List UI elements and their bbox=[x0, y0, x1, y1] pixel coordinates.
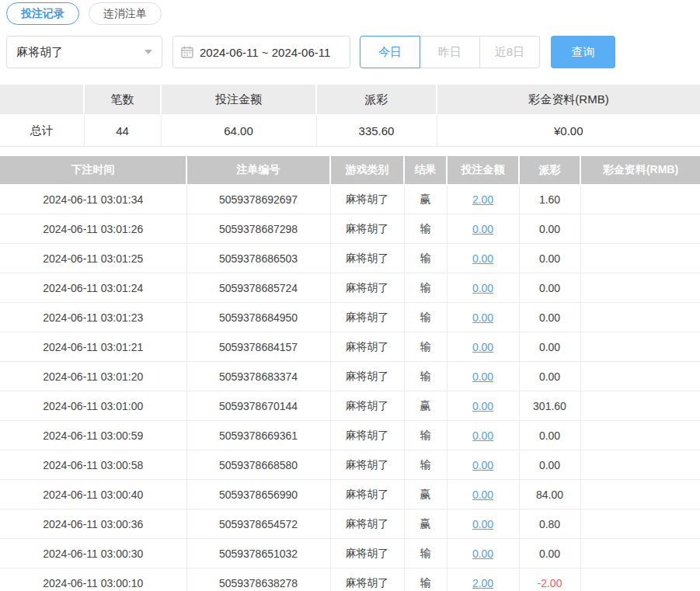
summary-header-payout: 派彩 bbox=[316, 85, 437, 115]
summary-total-row: 总计 44 64.00 335.60 ¥0.00 bbox=[0, 115, 700, 146]
cell-payout: 0.00 bbox=[519, 214, 580, 244]
cell-result: 输 bbox=[404, 450, 447, 480]
bet-amount-link[interactable]: 0.00 bbox=[472, 548, 493, 560]
table-row: 2024-06-11 03:01:235059378684950麻将胡了输0.0… bbox=[0, 303, 700, 332]
cell-bet: 0.00 bbox=[447, 214, 519, 244]
cell-time: 2024-06-11 03:00:59 bbox=[0, 421, 186, 450]
cell-id: 5059378638278 bbox=[186, 568, 330, 591]
cell-result: 输 bbox=[404, 214, 447, 244]
top-tabs: 投注记录 连消注单 bbox=[0, 0, 700, 25]
cell-payout: 0.00 bbox=[519, 332, 580, 362]
bet-amount-link[interactable]: 0.00 bbox=[472, 370, 493, 383]
summary-total-bet-amount: 64.00 bbox=[161, 115, 316, 146]
cell-bet: 2.00 bbox=[447, 185, 519, 214]
bet-amount-link[interactable]: 0.00 bbox=[472, 282, 493, 294]
bet-amount-link[interactable]: 2.00 bbox=[472, 193, 493, 206]
cell-bonus bbox=[580, 391, 700, 421]
tab-bet-records-label: 投注记录 bbox=[21, 7, 64, 21]
cell-bonus bbox=[580, 273, 700, 303]
bet-amount-link[interactable]: 0.00 bbox=[472, 518, 493, 530]
cell-bonus bbox=[580, 450, 700, 480]
summary-header-bonus: 彩金资料(RMB) bbox=[437, 85, 700, 115]
cell-payout: 301.60 bbox=[519, 391, 580, 421]
cell-payout: -2.00 bbox=[519, 568, 580, 591]
header-bet-id: 注单编号 bbox=[186, 156, 330, 185]
last-8-days-button[interactable]: 近8日 bbox=[479, 36, 540, 68]
tab-cancelled-bets[interactable]: 连消注单 bbox=[89, 2, 162, 25]
table-row: 2024-06-11 03:00:595059378669361麻将胡了输0.0… bbox=[0, 421, 700, 450]
cell-game: 麻将胡了 bbox=[330, 273, 404, 303]
table-row: 2024-06-11 03:01:265059378687298麻将胡了输0.0… bbox=[0, 214, 700, 244]
table-row: 2024-06-11 03:01:215059378684157麻将胡了输0.0… bbox=[0, 332, 700, 362]
cell-time: 2024-06-11 03:01:26 bbox=[0, 214, 186, 244]
bet-amount-link[interactable]: 0.00 bbox=[472, 252, 493, 265]
cell-game: 麻将胡了 bbox=[330, 303, 404, 332]
cell-bet: 0.00 bbox=[447, 273, 519, 303]
bet-amount-link[interactable]: 0.00 bbox=[472, 488, 493, 501]
table-row: 2024-06-11 03:00:105059378638278麻将胡了输2.0… bbox=[0, 568, 700, 591]
cell-game: 麻将胡了 bbox=[330, 332, 404, 362]
bet-amount-link[interactable]: 0.00 bbox=[472, 429, 493, 442]
cell-bonus bbox=[580, 244, 700, 273]
bet-table-body: 2024-06-11 03:01:345059378692697麻将胡了赢2.0… bbox=[0, 185, 700, 591]
cell-id: 5059378684157 bbox=[186, 332, 330, 362]
cell-game: 麻将胡了 bbox=[330, 480, 404, 509]
cell-result: 输 bbox=[404, 421, 447, 450]
cell-id: 5059378654572 bbox=[186, 509, 330, 539]
cell-game: 麻将胡了 bbox=[330, 568, 404, 591]
bet-amount-link[interactable]: 0.00 bbox=[472, 311, 493, 324]
search-button[interactable]: 查询 bbox=[551, 36, 615, 68]
cell-bonus bbox=[580, 214, 700, 244]
tab-cancelled-bets-label: 连消注单 bbox=[103, 7, 147, 21]
cell-id: 5059378670144 bbox=[186, 391, 330, 421]
cell-payout: 0.80 bbox=[519, 509, 580, 539]
summary-header-bet-amount: 投注金额 bbox=[161, 85, 316, 115]
summary-total-payout: 335.60 bbox=[316, 115, 437, 146]
table-row: 2024-06-11 03:01:245059378685724麻将胡了输0.0… bbox=[0, 273, 700, 303]
header-bonus: 彩金资料(RMB) bbox=[580, 156, 700, 185]
date-range-picker[interactable]: 2024-06-11 ~ 2024-06-11 bbox=[172, 36, 350, 68]
bet-amount-link[interactable]: 0.00 bbox=[472, 223, 493, 235]
cell-bet: 0.00 bbox=[447, 244, 519, 273]
cell-payout: 0.00 bbox=[519, 244, 580, 273]
cell-game: 麻将胡了 bbox=[330, 244, 404, 273]
table-row: 2024-06-11 03:01:345059378692697麻将胡了赢2.0… bbox=[0, 185, 700, 214]
cell-game: 麻将胡了 bbox=[330, 185, 404, 214]
cell-time: 2024-06-11 03:01:25 bbox=[0, 244, 186, 273]
bet-table-header-row: 下注时间 注单编号 游戏类别 结果 投注金额 派彩 彩金资料(RMB) bbox=[0, 156, 700, 185]
tab-bet-records[interactable]: 投注记录 bbox=[6, 2, 79, 25]
game-type-select[interactable]: 麻将胡了 bbox=[6, 36, 162, 68]
cell-id: 5059378651032 bbox=[186, 539, 330, 568]
cell-id: 5059378685724 bbox=[186, 273, 330, 303]
cell-game: 麻将胡了 bbox=[330, 362, 404, 391]
cell-id: 5059378692697 bbox=[186, 185, 330, 214]
cell-payout: 0.00 bbox=[519, 362, 580, 391]
today-button[interactable]: 今日 bbox=[360, 36, 420, 68]
header-bet-time: 下注时间 bbox=[0, 156, 186, 185]
cell-bet: 0.00 bbox=[447, 332, 519, 362]
cell-bet: 0.00 bbox=[447, 303, 519, 332]
cell-bet: 0.00 bbox=[447, 480, 519, 509]
cell-bonus bbox=[580, 568, 700, 591]
header-result: 结果 bbox=[404, 156, 447, 185]
cell-time: 2024-06-11 03:01:34 bbox=[0, 185, 186, 214]
cell-game: 麻将胡了 bbox=[330, 539, 404, 568]
yesterday-button[interactable]: 昨日 bbox=[420, 36, 480, 68]
game-type-select-value: 麻将胡了 bbox=[16, 45, 63, 60]
summary-header-row: 笔数 投注金额 派彩 彩金资料(RMB) bbox=[0, 85, 700, 115]
cell-id: 5059378683374 bbox=[186, 362, 330, 391]
bet-amount-link[interactable]: 0.00 bbox=[472, 341, 493, 353]
cell-result: 输 bbox=[404, 303, 447, 332]
summary-table: 笔数 投注金额 派彩 彩金资料(RMB) 总计 44 64.00 335.60 … bbox=[0, 85, 700, 147]
header-bet-amount: 投注金额 bbox=[447, 156, 519, 185]
bet-amount-link[interactable]: 0.00 bbox=[472, 459, 493, 471]
cell-bet: 2.00 bbox=[447, 568, 519, 591]
bet-amount-link[interactable]: 0.00 bbox=[472, 400, 493, 412]
cell-id: 5059378669361 bbox=[186, 421, 330, 450]
chevron-down-icon bbox=[145, 50, 152, 54]
cell-result: 赢 bbox=[404, 509, 447, 539]
cell-time: 2024-06-11 03:00:36 bbox=[0, 509, 186, 539]
bet-amount-link[interactable]: 2.00 bbox=[472, 577, 493, 589]
cell-time: 2024-06-11 03:01:23 bbox=[0, 303, 186, 332]
table-row: 2024-06-11 03:00:365059378654572麻将胡了赢0.0… bbox=[0, 509, 700, 539]
